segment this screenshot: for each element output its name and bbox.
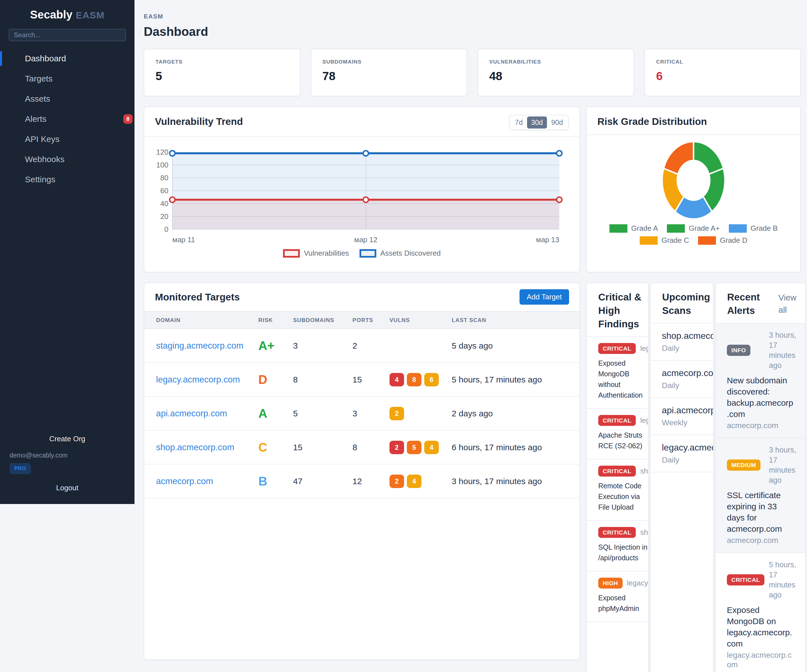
scan-domain: shop.acmecorp.com: [662, 331, 713, 341]
svg-text:20: 20: [160, 212, 168, 221]
trend-legend: VulnerabilitiesAssets Discovered: [154, 249, 570, 258]
findings-title: Critical & High Findings: [598, 290, 643, 331]
ports-count: 8: [352, 443, 390, 452]
risk-grade: C: [258, 440, 293, 454]
legend-label: Grade A+: [689, 224, 720, 233]
finding-domain: legacy.acmecorp.com: [640, 416, 649, 425]
sidebar-item-label: Webhooks: [25, 154, 65, 164]
main-content: EASM Dashboard TARGETS5SUBDOMAINS78VULNE…: [144, 0, 801, 672]
scan-domain: acmecorp.com: [662, 368, 713, 378]
vuln-count-badge-high: 2: [390, 475, 404, 488]
search-input[interactable]: [9, 29, 126, 41]
severity-badge: HIGH: [598, 578, 623, 589]
stat-label: VULNERABILITIES: [489, 59, 622, 65]
target-domain-link[interactable]: shop.acmecorp.com: [156, 442, 234, 452]
finding-title: Remote Code Execution via File Upload: [598, 480, 649, 512]
trend-title: Vulnerability Trend: [155, 115, 243, 128]
legend-label: Grade D: [720, 236, 747, 245]
alert-domain-link[interactable]: acmecorp.com: [727, 536, 795, 545]
sidebar-item-label: Dashboard: [25, 54, 66, 63]
svg-text:100: 100: [156, 161, 168, 169]
view-all-link[interactable]: View all: [779, 291, 803, 317]
monitored-targets-card: Monitored Targets Add Target DOMAINRISKS…: [144, 283, 580, 660]
vuln-count-badge-medium: 6: [424, 373, 439, 386]
findings-list: CRITICALlegacy.acmecorp.comExposed Mongo…: [587, 337, 648, 622]
stat-cards: TARGETS5SUBDOMAINS78VULNERABILITIES48CRI…: [144, 49, 801, 96]
vulnerability-trend-card: Vulnerability Trend 7d30d90d 02040608010…: [144, 106, 580, 272]
range-button-7d[interactable]: 7d: [511, 116, 527, 129]
sidebar-item-targets[interactable]: Targets: [0, 69, 134, 89]
risk-grade: A+: [258, 339, 293, 353]
subdomains-count: 15: [293, 443, 352, 452]
sidebar-item-api-keys[interactable]: API Keys: [0, 129, 134, 149]
svg-text:мар 11: мар 11: [172, 235, 195, 244]
stat-card-critical: CRITICAL6: [644, 49, 801, 96]
user-email: demo@secably.com: [10, 452, 125, 459]
sidebar-item-assets[interactable]: Assets: [0, 89, 134, 109]
alert-message: Exposed MongoDB on legacy.acmecorp.com: [727, 604, 795, 649]
target-domain-link[interactable]: staging.acmecorp.com: [156, 341, 244, 351]
plan-badge: PRO: [10, 463, 31, 474]
severity-badge: CRITICAL: [727, 574, 764, 585]
alert-item: INFO3 hours, 17 minutes agoNew subdomain…: [716, 323, 805, 438]
alert-item: CRITICAL5 hours, 17 minutes agoExposed M…: [716, 553, 805, 672]
stat-label: TARGETS: [156, 59, 289, 65]
ports-count: 12: [352, 477, 390, 486]
vuln-badges: 2: [390, 407, 452, 420]
range-button-90d[interactable]: 90d: [547, 116, 567, 129]
recent-alerts-card: Recent Alerts View all INFO3 hours, 17 m…: [715, 283, 806, 672]
sidebar-item-dashboard[interactable]: Dashboard: [0, 48, 134, 69]
risk-legend-entry: Grade A+: [667, 224, 720, 233]
sidebar-nav: DashboardTargetsAssetsAlerts8API KeysWeb…: [0, 48, 134, 190]
table-row: legacy.acmecorp.comD8154865 hours, 17 mi…: [144, 363, 580, 397]
legend-swatch: [729, 224, 747, 233]
scan-frequency: Daily: [662, 381, 713, 390]
scan-domain: api.acmecorp.com: [662, 405, 713, 415]
logout-link[interactable]: Logout: [10, 483, 125, 492]
legend-label: Grade B: [751, 224, 778, 233]
stat-value: 6: [656, 70, 789, 83]
add-target-button[interactable]: Add Target: [520, 289, 569, 305]
alert-domain-link[interactable]: legacy.acmecorp.com: [727, 650, 795, 669]
last-scan: 3 hours, 17 minutes ago: [452, 477, 580, 486]
finding-title: Apache Struts RCE (S2-062): [598, 430, 649, 451]
sidebar-item-label: Targets: [25, 74, 52, 83]
column-header-domain: DOMAIN: [156, 317, 258, 323]
targets-table-body: staging.acmecorp.comA+325 days agolegacy…: [144, 329, 580, 498]
legend-swatch: [360, 249, 376, 258]
alert-item: MEDIUM3 hours, 17 minutes agoSSL certifi…: [716, 438, 805, 553]
svg-text:80: 80: [160, 174, 168, 182]
finding-item: CRITICALshop.acmecorp.comRemote Code Exe…: [587, 460, 648, 521]
target-domain-link[interactable]: legacy.acmecorp.com: [156, 375, 240, 384]
critical-high-findings-card: Critical & High Findings CRITICALlegacy.…: [586, 283, 649, 672]
alert-domain-link[interactable]: acmecorp.com: [727, 421, 795, 430]
svg-text:0: 0: [164, 225, 168, 233]
last-scan: 5 hours, 17 minutes ago: [452, 375, 580, 384]
svg-text:120: 120: [156, 148, 168, 156]
sidebar-item-webhooks[interactable]: Webhooks: [0, 149, 134, 169]
vuln-count-badge-medium: 4: [407, 475, 422, 488]
sidebar-item-alerts[interactable]: Alerts8: [0, 109, 134, 129]
risk-title: Risk Grade Distribution: [598, 115, 707, 128]
legend-label: Grade A: [631, 224, 658, 233]
risk-legend-entry: Grade D: [698, 236, 747, 245]
target-domain-link[interactable]: api.acmecorp.com: [156, 409, 227, 418]
sidebar: SecablyEASM DashboardTargetsAssetsAlerts…: [0, 0, 134, 504]
app-logo: SecablyEASM: [0, 0, 134, 21]
table-row: shop.acmecorp.comC1582546 hours, 17 minu…: [144, 430, 580, 465]
logo-suffix: EASM: [76, 10, 104, 20]
severity-badge: MEDIUM: [727, 460, 761, 470]
risk-grade: D: [258, 373, 293, 387]
scan-item: shop.acmecorp.comDaily: [651, 323, 713, 361]
finding-domain: shop.acmecorp.com: [640, 467, 649, 475]
target-domain-link[interactable]: acmecorp.com: [156, 476, 213, 486]
risk-grade: B: [258, 474, 293, 488]
sidebar-item-settings[interactable]: Settings: [0, 169, 134, 190]
svg-text:мар 12: мар 12: [354, 235, 377, 244]
legend-label: Vulnerabilities: [304, 249, 349, 258]
range-button-30d[interactable]: 30d: [527, 116, 547, 129]
create-org-link[interactable]: Create Org: [10, 435, 125, 443]
scan-frequency: Daily: [662, 344, 713, 353]
column-header-subdomains: SUBDOMAINS: [293, 317, 352, 323]
scans-list: shop.acmecorp.comDailyacmecorp.comDailya…: [651, 323, 713, 472]
